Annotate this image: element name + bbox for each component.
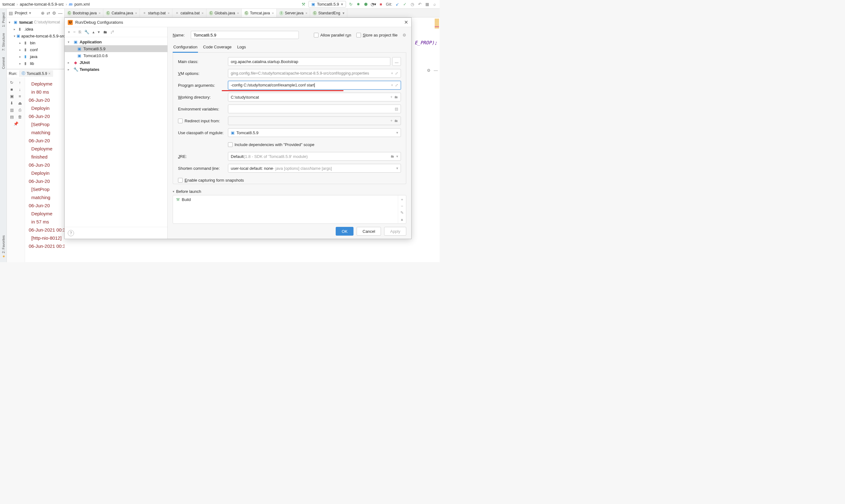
pin-icon[interactable]: 📌 — [14, 121, 18, 126]
tree-row-root[interactable]: ▾▣ tomcat C:\study\tomcat — [7, 19, 64, 25]
side-tab-project[interactable]: 1: Project — [1, 11, 6, 28]
sort-icon[interactable]: ↓² — [110, 30, 114, 34]
add-icon[interactable]: + — [391, 71, 393, 75]
tab-logs[interactable]: Logs — [236, 43, 246, 52]
before-launch-item[interactable]: ⚒ Build — [173, 195, 398, 203]
list-icon[interactable]: ▤ — [395, 107, 398, 111]
tab-coverage[interactable]: Code Coverage — [203, 43, 232, 52]
exit-icon[interactable]: ⏏ — [17, 101, 22, 106]
down-icon[interactable]: ↓ — [17, 87, 22, 92]
minimize-icon[interactable]: — — [434, 68, 438, 73]
name-input[interactable] — [191, 31, 299, 39]
close-icon[interactable]: × — [168, 11, 170, 15]
include-provided-checkbox[interactable]: Include dependencies with "Provided" sco… — [228, 142, 315, 147]
chevron-down-icon[interactable]: ▾ — [29, 11, 31, 15]
undo-icon[interactable]: ↶ — [417, 2, 422, 7]
editor-tab[interactable]: CStandardEng▾ — [310, 9, 347, 17]
down-icon[interactable]: ▾ — [98, 30, 100, 34]
remove-icon[interactable]: − — [401, 204, 403, 209]
editor-tab[interactable]: ≡catalina.bat× — [172, 9, 207, 17]
close-icon[interactable]: ✕ — [404, 19, 408, 25]
tree-row-tomcat1006[interactable]: ▣Tomcat10.0.6 — [65, 52, 168, 59]
camera-icon[interactable]: ▣ — [10, 94, 14, 98]
editor-tab[interactable]: ≡startup.bat× — [140, 9, 172, 17]
git-update-icon[interactable]: ↙ — [395, 2, 400, 7]
snapshots-checkbox[interactable]: Enable capturing form snapshots — [178, 178, 244, 183]
tree-row-java[interactable]: ▸▮java — [7, 53, 64, 60]
chevron-down-icon[interactable]: ▾ — [342, 11, 345, 15]
program-args-input[interactable]: -config C:/study/tomcat/conf/example1.co… — [228, 81, 401, 90]
print-icon[interactable]: ⎙ — [17, 107, 22, 112]
import-icon[interactable]: ⬇ — [10, 101, 14, 106]
close-icon[interactable]: × — [99, 11, 101, 15]
side-tab-commit[interactable]: Commit — [1, 56, 6, 70]
folder-icon[interactable]: 🖿 — [394, 95, 398, 99]
profiler-icon[interactable]: ◔▾ — [371, 2, 376, 7]
up-icon[interactable]: ▴ — [92, 30, 94, 34]
gear-icon[interactable]: ⚙ — [427, 68, 430, 73]
gear-icon[interactable]: ⚙ — [52, 11, 56, 16]
breadcrumb-folder[interactable]: apache-tomcat-8.5.9-src — [20, 2, 64, 6]
debug-icon[interactable]: ✸ — [356, 2, 361, 7]
expand-icon[interactable]: ⤢ — [395, 83, 398, 87]
layout-icon[interactable]: ▥ — [10, 107, 14, 112]
add-icon[interactable]: + — [401, 197, 403, 202]
gear-icon[interactable]: ⚙ — [403, 33, 406, 37]
side-tab-favorites[interactable]: ★ 2: Favorites — [1, 234, 6, 260]
tree-row-lib[interactable]: ▸▮lib — [7, 60, 64, 67]
tree-row-bin[interactable]: ▸▮bin — [7, 39, 64, 46]
folder-icon[interactable]: 🖿 — [103, 30, 107, 34]
stop-icon[interactable]: ■ — [10, 87, 14, 92]
side-tab-structure[interactable]: 7: Structure — [1, 32, 6, 52]
tree-row-templates[interactable]: ▸🔧 Templates — [65, 66, 168, 73]
classpath-select[interactable]: ▣Tomcat8.5.9 ▾ — [228, 128, 401, 137]
editor-tab[interactable]: CBootstrap.java× — [65, 9, 103, 17]
close-icon[interactable]: × — [237, 11, 239, 15]
add-icon[interactable]: + — [390, 95, 392, 99]
breadcrumb-file[interactable]: pom.xml — [74, 2, 90, 6]
editor-tab[interactable]: CTomcat.java× — [242, 9, 276, 17]
apply-button[interactable]: Apply — [384, 227, 406, 236]
add-icon[interactable]: + — [390, 119, 392, 123]
wrap-icon[interactable]: ≡ — [17, 94, 22, 98]
run-config-dropdown[interactable]: ▣ Tomcat8.5.9 ▾ — [309, 1, 346, 7]
remove-icon[interactable]: − — [73, 30, 76, 34]
tree-row-application[interactable]: ▾▣ Application — [65, 38, 168, 45]
hammer-icon[interactable]: ⚒ — [301, 2, 306, 7]
expand-icon[interactable]: ⤢ — [395, 71, 398, 75]
redirect-input-checkbox[interactable]: Redirect input from: — [178, 119, 228, 123]
vm-options-input[interactable]: ging.config.file=C:/study/tomcat/apache-… — [228, 69, 401, 78]
up-icon[interactable]: ▴ — [401, 217, 403, 221]
before-launch-header[interactable]: ▾Before launch — [173, 188, 406, 195]
layout-icon[interactable]: ▦ — [425, 2, 430, 7]
breadcrumb-root[interactable]: tomcat — [2, 2, 15, 6]
browse-button[interactable]: … — [392, 57, 401, 66]
help-icon[interactable]: ? — [68, 230, 74, 236]
stack-icon[interactable]: ▤ — [10, 114, 14, 119]
close-icon[interactable]: × — [48, 71, 51, 76]
copy-icon[interactable]: ⎘ — [79, 30, 81, 34]
wrench-icon[interactable]: 🔧 — [84, 30, 89, 34]
search-icon[interactable]: ⌕ — [432, 2, 437, 7]
close-icon[interactable]: × — [202, 11, 204, 15]
tree-row-conf[interactable]: ▸▮conf — [7, 46, 64, 53]
editor-tab[interactable]: IServer.java× — [277, 9, 310, 17]
tree-row-junit[interactable]: ▸◆ JUnit — [65, 59, 168, 66]
editor-tab[interactable]: CGlobals.java× — [207, 9, 242, 17]
expand-icon[interactable]: ⇄ — [47, 11, 50, 16]
shorten-select[interactable]: user-local default: none - java [options… — [228, 164, 401, 173]
minimize-icon[interactable]: — — [58, 11, 63, 16]
add-icon[interactable]: + — [391, 83, 393, 87]
tree-row-tomcat859[interactable]: ▣Tomcat8.5.9 — [65, 45, 168, 52]
run-tab[interactable]: ⓒ Tomcat8.5.9 × — [19, 70, 53, 77]
working-dir-input[interactable]: C:\study\tomcat +🖿 — [228, 93, 401, 102]
stop-icon[interactable]: ■ — [379, 2, 384, 7]
add-icon[interactable]: + — [68, 30, 70, 34]
clock-icon[interactable]: ◷ — [410, 2, 415, 7]
trash-icon[interactable]: 🗑 — [17, 114, 22, 119]
main-class-input[interactable]: org.apache.catalina.startup.Bootstrap — [228, 57, 390, 66]
editor-tab[interactable]: CCatalina.java× — [103, 9, 140, 17]
tree-row-src[interactable]: ▾▣apache-tomcat-8.5.9-src — [7, 33, 64, 39]
rerun-icon[interactable]: ↻ — [10, 80, 14, 85]
close-icon[interactable]: × — [272, 11, 274, 15]
